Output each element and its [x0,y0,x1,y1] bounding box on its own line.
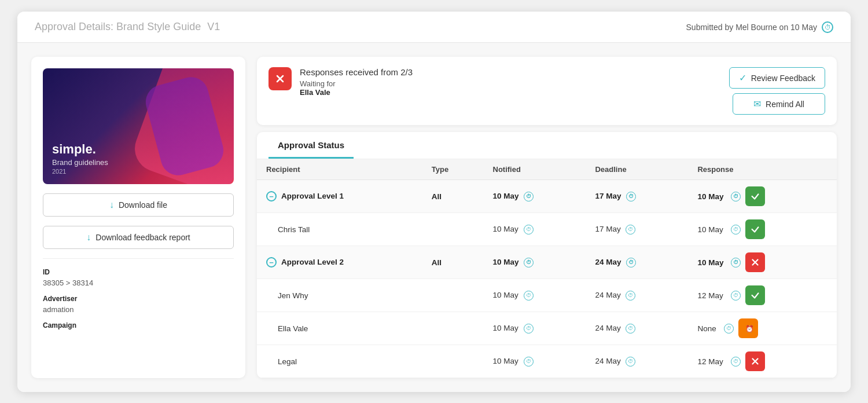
waiting-name: Ella Vale [300,88,330,97]
table-header: Recipient Type Notified Deadline Respons… [257,159,837,180]
download-file-label: Download file [119,200,167,210]
download-feedback-label: Download feedback report [95,233,190,242]
responses-text: Responses received from 2/3 [300,67,413,77]
clock-icon: ⏱ [626,225,635,235]
cell-notified: 10 May ⏱ [484,213,586,246]
table-row: Chris Tall10 May ⏱17 May ⏱10 May ⏱ [257,213,837,246]
remind-all-label: Remind All [766,100,804,109]
main-content: simple. Brand guidelines 2021 ↓ Download… [17,43,851,392]
cell-response: None ⏱⏰ [688,312,837,345]
clock-icon: ⏱ [524,192,534,201]
table-section: Approval Status Recipient Type Notified … [257,132,837,378]
review-icon: ✓ [739,72,746,83]
cell-response: 10 May ⏱ [688,213,837,246]
preview-text: simple. Brand guidelines 2021 [52,142,225,175]
table-row: Jen Why10 May ⏱24 May ⏱12 May ⏱ [257,279,837,312]
clock-icon: ⏱ [626,192,636,201]
cell-response: 12 May ⏱ [688,345,837,378]
download-icon: ↓ [109,200,114,210]
title-prefix: Approval Details: [35,21,113,32]
clock-icon: ⏱ [822,21,833,33]
title-name: Brand Style Guide [116,21,201,32]
meta-section: ID 38305 > 38314 Advertiser admation Cam… [43,268,234,331]
cell-recipient: Chris Tall [257,213,422,246]
table-tabs: Approval Status [257,132,837,159]
response-approved-badge [745,186,765,206]
response-rejected-badge [745,252,765,272]
cell-notified: 10 May ⏱ [484,279,586,312]
left-panel: simple. Brand guidelines 2021 ↓ Download… [31,57,245,378]
status-text: Responses received from 2/3 Waiting for … [300,67,413,97]
cell-recipient: Jen Why [257,279,422,312]
response-rejected-badge [745,351,765,371]
table-row: Ella Vale10 May ⏱24 May ⏱None ⏱⏰ [257,312,837,345]
preview-year: 2021 [52,168,225,175]
preview-subtitle: Brand guidelines [52,158,225,167]
cell-deadline: 24 May ⏱ [586,246,688,279]
approval-table: Recipient Type Notified Deadline Respons… [257,159,837,378]
col-deadline: Deadline [586,159,688,180]
cell-recipient: Legal [257,345,422,378]
approval-status-tab[interactable]: Approval Status [269,132,354,159]
cell-deadline: 24 May ⏱ [586,279,688,312]
svg-text:⏰: ⏰ [745,325,753,333]
status-left: Responses received from 2/3 Waiting for … [269,67,413,97]
review-feedback-label: Review Feedback [751,74,815,83]
col-recipient: Recipient [257,159,422,180]
cell-type [422,312,484,345]
clock-icon: ⏱ [731,258,741,268]
cell-type [422,345,484,378]
clock-icon: ⏱ [626,324,635,334]
clock-icon: ⏱ [626,357,635,367]
clock-icon: ⏱ [524,357,534,367]
minus-icon: − [266,257,277,268]
submitted-info: Submitted by Mel Bourne on 10 May ⏱ [686,21,833,33]
cell-type [422,279,484,312]
cell-notified: 10 May ⏱ [484,345,586,378]
clock-icon: ⏱ [626,258,636,268]
x-icon [274,73,286,85]
remind-all-button[interactable]: ✉ Remind All [733,93,825,115]
submitted-text: Submitted by Mel Bourne on 10 May [686,23,817,32]
advertiser-label: Advertiser [43,295,234,303]
cell-deadline: 24 May ⏱ [586,345,688,378]
clock-icon: ⏱ [524,324,534,334]
cell-response: 10 May ⏱ [688,246,837,279]
download-feedback-icon: ↓ [86,232,91,243]
download-file-button[interactable]: ↓ Download file [43,193,234,217]
cell-response: 10 May ⏱ [688,180,837,213]
download-feedback-button[interactable]: ↓ Download feedback report [43,226,234,249]
meta-advertiser: Advertiser admation [43,295,234,314]
response-approved-badge [745,219,765,239]
cell-recipient: Ella Vale [257,312,422,345]
status-banner: Responses received from 2/3 Waiting for … [257,57,837,125]
minus-icon: − [266,191,277,201]
clock-icon: ⏱ [731,225,741,235]
id-value: 38305 > 38314 [43,279,93,287]
table-row: Legal10 May ⏱24 May ⏱12 May ⏱ [257,345,837,378]
campaign-label: Campaign [43,321,234,329]
cell-type: All [422,180,484,213]
review-feedback-button[interactable]: ✓ Review Feedback [729,67,825,89]
cell-response: 12 May ⏱ [688,279,837,312]
col-notified: Notified [484,159,586,180]
meta-id: ID 38305 > 38314 [43,268,234,288]
cell-notified: 10 May ⏱ [484,312,586,345]
cell-deadline: 17 May ⏱ [586,180,688,213]
cell-notified: 10 May ⏱ [484,180,586,213]
top-bar: Approval Details: Brand Style Guide V1 S… [17,12,851,43]
file-preview: simple. Brand guidelines 2021 [43,68,234,184]
advertiser-value: admation [43,305,73,314]
preview-brand: simple. [52,142,225,157]
divider [43,258,234,259]
cell-notified: 10 May ⏱ [484,246,586,279]
clock-icon: ⏱ [524,291,534,301]
clock-icon: ⏱ [731,357,741,367]
table-row: −Approval Level 1All10 May ⏱17 May ⏱10 M… [257,180,837,213]
version-badge: V1 [207,21,220,32]
response-approved-badge [745,285,765,305]
clock-icon: ⏱ [524,258,534,268]
clock-icon: ⏱ [524,225,534,235]
waiting-info: Waiting for Ella Vale [300,79,413,97]
right-panel: Responses received from 2/3 Waiting for … [257,57,837,378]
